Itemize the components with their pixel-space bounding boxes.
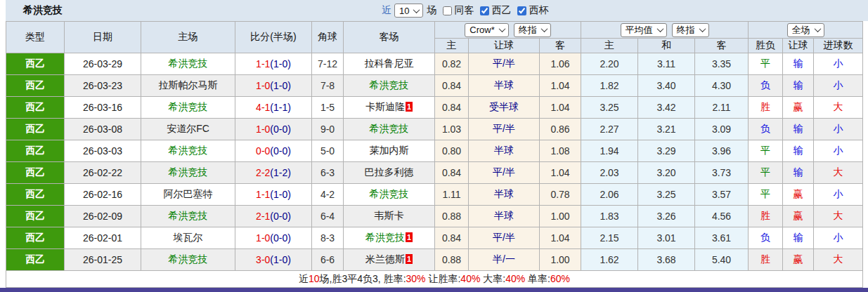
table-row: 西乙 26-03-23 拉斯帕尔马斯 1-0(1-0) 7-8 希洪竞技 0.8…	[6, 75, 863, 97]
fulltime-score: 0-0	[256, 145, 270, 157]
avg-away-cell: 3.73	[695, 162, 749, 184]
home-team-name: 阿尔巴塞特	[164, 188, 213, 199]
fulltime-score: 2-2	[256, 167, 270, 178]
summary-odd-rate: 60%	[550, 273, 570, 284]
goals-result-cell: 小	[814, 140, 863, 162]
home-odds-cell: 0.84	[435, 97, 469, 119]
corner-cell: 1-5	[312, 97, 344, 119]
handicap-odds-time-select[interactable]: 终指	[514, 23, 551, 37]
col-header-score: 比分(半场)	[235, 22, 312, 53]
corner-cell: 4-2	[312, 184, 344, 206]
home-odds-cell: 0.82	[435, 53, 469, 75]
summary-text: 大率:	[480, 273, 505, 284]
fulltime-score: 1-1	[256, 58, 270, 69]
top-bar: 希洪竞技 近 10 场 同客 西乙 西杯	[6, 0, 868, 21]
avg-draw-cell: 3.68	[638, 249, 695, 271]
subcol-avg-home: 主	[581, 39, 638, 53]
away-team-name: 希洪竞技	[365, 232, 405, 243]
table-row: 西乙 26-03-16 希洪竞技 4-1(1-1) 1-5 卡斯迪隆1 0.84…	[6, 97, 863, 119]
league-cell: 西乙	[6, 140, 65, 162]
halftime-score: (1-0)	[270, 80, 291, 91]
goals-result-cell: 小	[814, 184, 863, 206]
result-cell: 负	[749, 119, 783, 140]
halftime-score: (1-1)	[270, 102, 291, 113]
red-card-badge: 1	[406, 102, 413, 112]
table-row: 西乙 26-02-22 希洪竞技 2-2(1-2) 6-3 巴拉多利德 0.84…	[6, 162, 863, 184]
avg-home-cell: 2.27	[581, 119, 638, 140]
away-team-cell: 希洪竞技	[344, 184, 435, 206]
bottom-divider-bar	[0, 288, 868, 292]
handicap-cell: 平/半	[469, 227, 540, 249]
away-team-cell: 希洪竞技	[344, 119, 435, 140]
away-team-name: 希洪竞技	[370, 123, 409, 134]
league-cell: 西乙	[6, 206, 65, 227]
table-row: 西乙 26-03-08 安道尔FC 1-0(0-0) 9-0 希洪竞技 1.03…	[6, 119, 863, 140]
home-team-cell: 希洪竞技	[141, 140, 235, 162]
average-select[interactable]: 平均值	[621, 23, 667, 37]
goals-result-value: 大	[834, 101, 843, 112]
result-cell: 平	[749, 140, 783, 162]
fulltime-score: 1-1	[256, 189, 270, 200]
result-cell: 胜	[749, 97, 783, 119]
home-odds-cell: 1.11	[435, 184, 469, 206]
date-cell: 26-02-01	[65, 227, 141, 249]
recent-count-select[interactable]: 10	[394, 4, 423, 18]
score-cell: 0-0(0-0)	[235, 140, 312, 162]
date-cell: 26-02-09	[65, 206, 141, 227]
red-card-badge: 1	[406, 254, 413, 264]
result-value: 平	[760, 58, 770, 69]
avg-home-cell: 2.03	[581, 162, 638, 184]
avg-away-cell: 3.09	[695, 119, 749, 140]
avg-home-cell: 1.62	[581, 249, 638, 271]
handicap-cell: 半/一	[469, 249, 540, 271]
same-away-checkbox[interactable]	[443, 6, 452, 15]
league-xiyi-checkbox[interactable]	[480, 6, 489, 15]
bookmaker-select[interactable]: Crow*	[465, 23, 508, 37]
col-header-date: 日期	[65, 22, 141, 53]
chevron-down-icon	[699, 25, 706, 32]
table-row: 西乙 26-03-03 希洪竞技 0-0(0-0) 5-0 莱加内斯 0.80 …	[6, 140, 863, 162]
avg-draw-cell: 3.42	[638, 97, 695, 119]
home-team-name: 拉斯帕尔马斯	[159, 79, 218, 91]
match-scope-select[interactable]: 全场	[787, 23, 824, 37]
filter-controls: 近 10 场 同客 西乙 西杯	[382, 0, 548, 21]
handicap-odds-time-value: 终指	[519, 24, 537, 36]
league-cell: 西乙	[6, 119, 65, 140]
europe-odds-time-select[interactable]: 终指	[672, 23, 709, 37]
avg-draw-cell: 3.11	[638, 53, 695, 75]
away-team-cell: 卡斯迪隆1	[344, 97, 435, 119]
date-cell: 26-02-22	[65, 162, 141, 184]
col-header-corner: 角球	[312, 22, 344, 53]
result-cell: 负	[749, 75, 783, 97]
bookmaker-select-value: Crow*	[469, 25, 494, 35]
halftime-score: (1-0)	[270, 254, 291, 265]
result-cell: 负	[749, 227, 783, 249]
cup-xibei-checkbox[interactable]	[517, 6, 526, 15]
corner-cell: 5-0	[312, 140, 344, 162]
subcol-result: 胜负	[749, 39, 783, 53]
subcol-home-odds: 主	[435, 39, 469, 53]
avg-draw-cell: 3.26	[638, 206, 695, 227]
date-cell: 26-03-08	[65, 119, 141, 140]
home-team-name: 希洪竞技	[169, 101, 208, 112]
goals-result-value: 小	[834, 58, 843, 69]
summary-row: 近10场,胜3平4负3, 胜率:30% 让胜率:40% 大率:40% 单率:60…	[6, 271, 863, 288]
away-odds-cell: 0.86	[540, 119, 581, 140]
handicap-result-cell: 赢	[783, 249, 814, 271]
avg-away-cell: 4.56	[695, 206, 749, 227]
league-cell: 西乙	[6, 97, 65, 119]
away-team-name: 莱加内斯	[370, 145, 409, 156]
handicap-result-value: 输	[793, 232, 803, 243]
handicap-value: 受半球	[489, 101, 519, 112]
goals-result-cell: 大	[814, 97, 863, 119]
subcol-goals: 进球数	[814, 39, 863, 53]
goals-result-value: 小	[834, 123, 843, 134]
home-odds-cell: 0.84	[435, 227, 469, 249]
summary-handicap-rate: 40%	[460, 273, 480, 284]
chevron-down-icon	[540, 25, 548, 32]
goals-result-cell: 小	[814, 75, 863, 97]
score-cell: 4-1(1-1)	[235, 97, 312, 119]
summary-count: 10	[309, 273, 320, 284]
home-team-name: 埃瓦尔	[174, 232, 203, 243]
handicap-cell: 平/半	[469, 53, 540, 75]
